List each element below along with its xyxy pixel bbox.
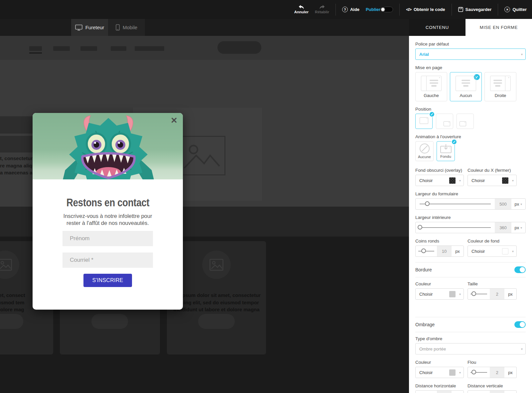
mock-nav-cta [217,41,261,54]
border-color-value: Choisir [419,292,433,297]
border-toggle[interactable] [514,266,526,273]
mock-card-avatar [202,250,231,279]
image-placeholder [178,136,225,175]
border-size-control: 2 px [467,288,517,300]
slider-handle[interactable] [471,370,476,374]
layout-option-gauche[interactable]: × Gauche [415,72,447,101]
position-option-bottom-left[interactable]: × [457,114,474,129]
shadow-type-select[interactable]: Ombre portée ▾ [415,343,526,354]
caret-down-icon: ▾ [520,226,522,230]
shadow-toggle[interactable] [514,321,526,328]
mock-nav-item [29,46,42,51]
corners-value[interactable]: 10 [437,246,452,256]
layout-option-droite[interactable]: × Droite [484,72,516,101]
shadow-color-select[interactable]: Choisir ▾ [415,367,464,378]
inner-width-value[interactable]: 360 [495,222,511,233]
color-swatch [449,291,456,297]
font-value: Arial [419,52,429,57]
inner-width-slider[interactable] [420,227,491,228]
form-width-unit[interactable]: px▾ [511,202,525,207]
distance-h-label: Distance horizontale [415,383,464,388]
position-center-icon: × [420,117,428,124]
border-size-value[interactable]: 2 [490,289,504,299]
position-option-center[interactable]: ✓ × [415,114,433,129]
shadow-settings-row: Couleur Choisir ▾ Flou 2 px [415,360,526,378]
tab-contenu[interactable]: CONTENU [409,19,466,36]
publish-toggle[interactable] [383,7,393,12]
subscribe-button[interactable]: S'INSCRIRE [83,274,132,287]
help-button[interactable]: ? Aide [342,7,359,12]
distance-h-value[interactable]: 2 [437,391,452,393]
shadow-blur-control: 2 px [467,367,517,378]
quit-label: Quitter [512,7,527,12]
get-code-button[interactable]: </> Obtenir le code [406,7,445,12]
layout-left-icon: × [421,76,442,91]
first-name-field[interactable] [63,231,153,246]
color-swatch [449,369,456,376]
color-swatch [449,177,456,184]
tab-browser[interactable]: Fureteur [71,19,108,36]
form-width-slider[interactable] [420,204,491,204]
close-x-color-select[interactable]: Choisir ▾ [467,175,517,186]
slider-handle[interactable] [421,248,426,253]
check-badge-icon: ✓ [429,111,435,117]
corners-row: Coins ronds 10 px Couleur de fond Choisi… [415,239,526,257]
caret-down-icon: ▾ [459,292,461,296]
monitor-icon [75,25,82,31]
animation-option-fondu[interactable]: ✓ × Fondu [437,141,455,161]
border-size-label: Taille [467,281,517,286]
redo-button[interactable]: Rétablir [315,5,329,14]
redo-icon [319,5,325,9]
publish-control: Publier [366,7,393,12]
position-bottom-right-icon: × [444,121,450,126]
bg-color-select[interactable]: Choisir ▾ [467,246,517,257]
caret-down-icon: ▾ [512,179,514,182]
overlay-color-select[interactable]: Choisir ▾ [415,175,464,186]
color-swatch [502,177,508,184]
mock-nav-item [111,46,126,51]
corners-label: Coins ronds [415,239,464,244]
settings-sidebar: CONTENU MISE EN FORME Police par défaut … [409,19,532,393]
shadow-blur-slider[interactable] [470,372,487,373]
slider-handle[interactable] [418,225,422,230]
close-x-color-value: Choisir [471,178,485,183]
form-width-label: Largeur du formulaire [415,191,526,196]
shadow-blur-value[interactable]: 2 [490,367,504,378]
undo-button[interactable]: Annuler [294,5,309,14]
mock-nav-underline [29,52,42,53]
layout-options: × Gauche ✓ × Aucun × Droite [415,72,526,101]
mock-card-button [91,314,128,329]
border-color-label: Couleur [415,281,464,286]
layout-option-aucun[interactable]: ✓ × Aucun [450,72,482,101]
animation-label: Animation à l'ouverture [415,134,526,139]
distance-v-value[interactable]: 2 [490,391,504,393]
help-label: Aide [350,7,359,12]
position-option-bottom-right[interactable]: × [436,114,453,129]
save-button[interactable]: Sauvegarder [458,7,492,12]
overlay-color-value: Choisir [419,178,433,183]
overlay-row: Fond obscurci (overlay) Choisir ▾ Couleu… [415,168,526,186]
toolbar-divider [452,4,452,16]
border-size-slider[interactable] [470,294,487,294]
corners-slider[interactable] [418,251,434,251]
slider-handle[interactable] [425,201,430,206]
image-placeholder-icon [0,259,12,271]
shadow-type-value: Ombre portée [419,346,446,351]
divider [415,277,526,277]
fade-icon: × [440,144,452,153]
form-width-value[interactable]: 500 [495,199,511,209]
tab-mise-en-forme[interactable]: MISE EN FORME [466,19,532,36]
distance-h-control: 2 px [415,390,464,393]
inner-width-unit[interactable]: px▾ [511,225,525,230]
tab-mobile[interactable]: Mobile [108,19,145,36]
close-icon[interactable]: ✕ [171,116,178,125]
shadow-color-label: Couleur [415,360,464,365]
slider-handle[interactable] [471,291,476,296]
border-color-select[interactable]: Choisir ▾ [415,288,464,300]
save-label: Sauvegarder [466,7,492,12]
font-select[interactable]: Arial ▾ [415,49,526,60]
animation-option-aucune[interactable]: Aucune [415,141,434,161]
quit-button[interactable]: ✕ Quitter [504,7,527,12]
email-field[interactable] [63,252,153,268]
shadow-toggle-row: Ombrage [415,317,526,332]
